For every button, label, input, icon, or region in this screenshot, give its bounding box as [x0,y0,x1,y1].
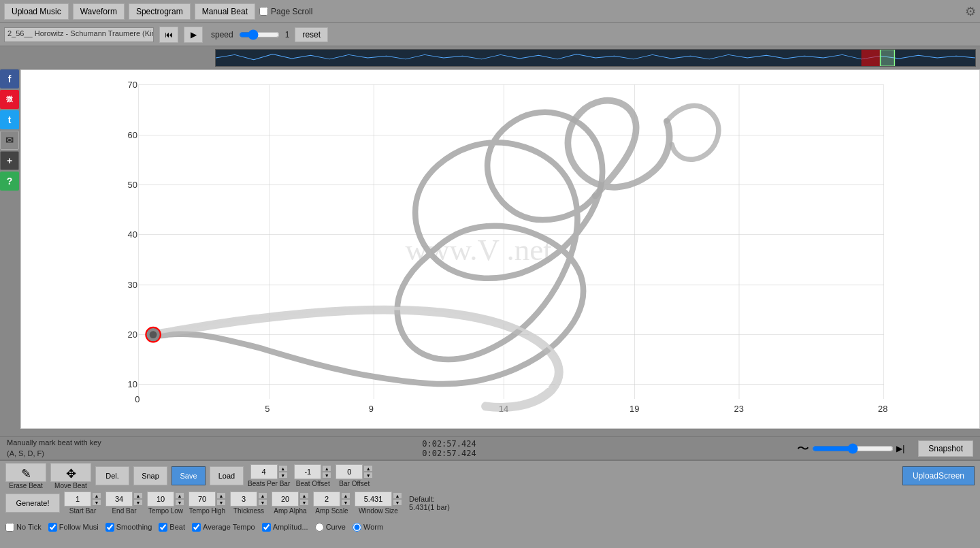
end-bar-up[interactable]: ▲ [133,492,143,499]
smoothing-checkbox[interactable] [105,523,114,532]
curve-radio-label[interactable]: Curve [315,523,346,532]
svg-text:19: 19 [630,404,639,414]
amp-alpha-input[interactable]: 20 [272,491,299,506]
speed-slider[interactable] [239,29,280,40]
bar-offset-group: 0 ▲ ▼ Bar Offset [336,464,373,487]
manual-beat-button[interactable]: Manual Beat [195,3,255,20]
beats-per-bar-up[interactable]: ▲ [278,465,288,472]
help-button[interactable]: ? [0,172,19,191]
beats-per-bar-input[interactable]: 4 [250,464,278,479]
end-bar-down[interactable]: ▼ [133,499,143,506]
upload-music-button[interactable]: Upload Music [4,3,69,20]
no-tick-label: No Tick [16,523,42,531]
page-scroll-checkbox-label[interactable]: Page Scroll [259,7,312,16]
waveform-button[interactable]: Waveform [73,3,125,20]
beat-checkbox[interactable] [159,523,167,532]
plus-icon: + [7,155,12,166]
page-scroll-checkbox[interactable] [259,7,268,16]
facebook-icon: f [8,74,12,84]
snapshot-button[interactable]: Snapshot [918,440,973,457]
window-size-input[interactable]: 5.431 [355,491,392,506]
facebook-button[interactable]: f [0,69,19,88]
bar-offset-up[interactable]: ▲ [363,465,373,472]
tempo-low-up[interactable]: ▲ [175,492,184,499]
erase-beat-button[interactable]: ✎ [5,463,46,482]
window-size-down[interactable]: ▼ [393,499,402,506]
amp-alpha-up[interactable]: ▲ [299,492,309,499]
window-size-up[interactable]: ▲ [393,492,402,499]
amplitude-checkbox[interactable] [262,523,271,532]
twitter-button[interactable]: t [0,110,19,129]
amplitude-label: Amplitud... [273,523,308,531]
waveform-overview[interactable] [215,49,976,67]
thickness-up[interactable]: ▲ [258,492,267,499]
play-button[interactable]: ▶ [184,27,203,43]
reset-button[interactable]: reset [295,27,328,42]
save-button[interactable]: Save [172,466,206,485]
tempo-high-down[interactable]: ▼ [216,499,226,506]
main-visualization[interactable]: 70 60 50 40 30 20 10 0 5 9 14 19 23 28 w… [20,69,980,429]
beats-per-bar-group: 4 ▲ ▼ Beats Per Bar [248,464,290,487]
del-button[interactable]: Del. [95,466,129,485]
rewind-button[interactable]: ⏮ [159,27,178,43]
no-tick-checkbox-label[interactable]: No Tick [5,523,42,532]
move-beat-group: ✥ Move Beat [50,463,91,489]
beats-per-bar-down[interactable]: ▼ [278,472,288,479]
start-bar-label: Start Bar [69,507,96,515]
start-bar-up[interactable]: ▲ [92,492,101,499]
average-tempo-checkbox-label[interactable]: Average Tempo [192,523,255,532]
status-line1: Manually mark beat with key [7,438,101,448]
svg-rect-2 [881,50,895,66]
bar-offset-down[interactable]: ▼ [363,472,373,479]
worm-radio-label[interactable]: Worm [353,523,383,532]
follow-music-checkbox[interactable] [48,523,57,532]
start-bar-down[interactable]: ▼ [92,499,101,506]
beat-offset-input[interactable]: -1 [294,464,321,479]
end-bar-input[interactable]: 34 [105,491,133,506]
thickness-down[interactable]: ▼ [258,499,267,506]
curve-radio[interactable] [315,523,324,532]
beat-checkbox-label[interactable]: Beat [159,523,185,532]
worm-label: Worm [363,523,383,531]
average-tempo-checkbox[interactable] [192,523,201,532]
move-beat-button[interactable]: ✥ [50,463,91,482]
thickness-input[interactable]: 3 [230,491,257,506]
amp-scale-label: Amp Scale [315,507,348,515]
spectrogram-button[interactable]: Spectrogram [129,3,191,20]
amp-scale-down[interactable]: ▼ [341,499,350,506]
follow-music-checkbox-label[interactable]: Follow Musi [48,523,99,532]
add-button[interactable]: + [0,151,19,170]
bar-offset-input[interactable]: 0 [336,464,363,479]
amp-alpha-down[interactable]: ▼ [299,499,309,506]
start-bar-input[interactable]: 1 [64,491,91,506]
amplitude-checkbox-label[interactable]: Amplitud... [262,523,308,532]
tempo-high-up[interactable]: ▲ [216,492,226,499]
smoothing-checkbox-label[interactable]: Smoothing [105,523,152,532]
tempo-low-label: Tempo Low [148,507,183,515]
settings-icon[interactable]: ⚙ [965,4,976,19]
weibo-button[interactable]: 微 [0,90,19,109]
tempo-high-input[interactable]: 70 [189,491,216,506]
svg-text:20: 20 [128,329,137,340]
mail-button[interactable]: ✉ [0,131,19,150]
generate-button[interactable]: Generate! [5,494,60,513]
svg-point-34 [150,331,157,338]
tempo-low-input[interactable]: 10 [147,491,174,506]
beat-offset-up[interactable]: ▲ [322,465,331,472]
worm-radio[interactable] [353,523,361,532]
mail-icon: ✉ [5,135,14,146]
amp-scale-group: 2 ▲ ▼ Amp Scale [313,491,350,515]
snap-button[interactable]: Snap [133,466,167,485]
amp-scale-up[interactable]: ▲ [341,492,350,499]
upload-screen-button[interactable]: UploadScreen [902,466,975,485]
amp-scale-input[interactable]: 2 [313,491,340,506]
average-tempo-label: Average Tempo [203,523,255,531]
volume-slider[interactable] [812,443,894,454]
no-tick-checkbox[interactable] [5,523,14,532]
tempo-low-down[interactable]: ▼ [175,499,184,506]
status-bar: Manually mark beat with key (A, S, D, F)… [0,436,980,460]
transport-bar: 2_56__ Horowitz - Schumann Traumere (Kin… [0,23,980,46]
load-button[interactable]: Load [210,466,244,485]
beat-offset-down[interactable]: ▼ [322,472,331,479]
follow-music-label: Follow Musi [59,523,99,531]
